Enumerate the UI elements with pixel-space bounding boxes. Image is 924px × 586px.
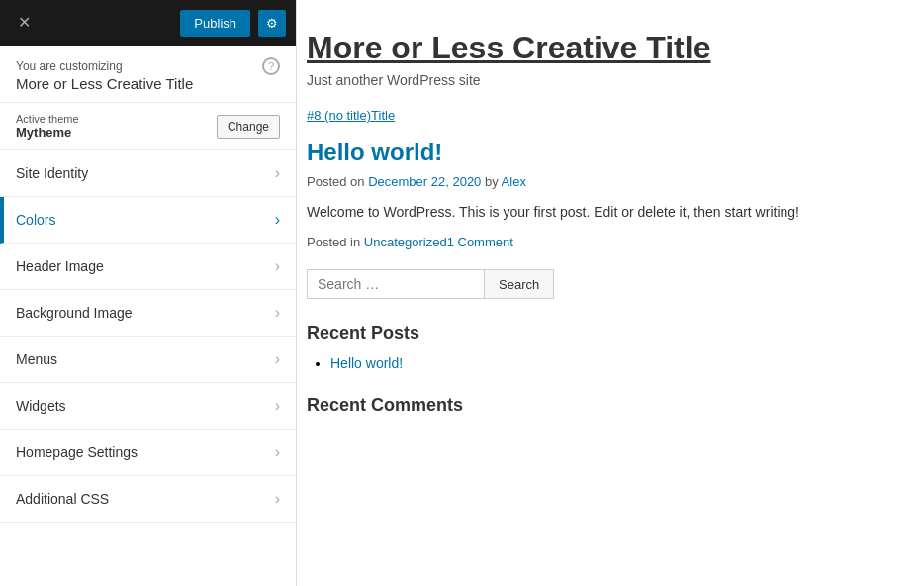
post-meta: Posted on December 22, 2020 by Alex <box>307 174 894 189</box>
nav-item-colors[interactable]: Colors › <box>0 197 296 244</box>
settings-button[interactable]: ⚙ <box>258 10 286 37</box>
theme-section: Active theme Mytheme Change <box>0 103 296 150</box>
nav-item-homepage-settings[interactable]: Homepage Settings › <box>0 430 296 476</box>
theme-label: Active theme <box>16 113 79 125</box>
nav-item-widgets[interactable]: Widgets › <box>0 383 296 430</box>
post-author-link[interactable]: Alex <box>502 174 526 189</box>
nav-label-background-image: Background Image <box>16 305 133 321</box>
help-icon[interactable]: ? <box>262 57 280 75</box>
site-title: More or Less Creative Title <box>307 30 894 66</box>
site-tagline: Just another WordPress site <box>307 72 894 88</box>
nav-item-menus[interactable]: Menus › <box>0 337 296 383</box>
post-title[interactable]: Hello world! <box>307 139 894 166</box>
sidebar: ✕ Publish ⚙ ? You are customizing More o… <box>0 0 297 586</box>
chevron-right-icon: › <box>275 443 280 461</box>
chevron-right-icon: › <box>275 257 280 275</box>
recent-comments-title: Recent Comments <box>307 395 894 416</box>
recent-post-link[interactable]: Hello world! <box>330 355 403 371</box>
chevron-right-icon: › <box>275 350 280 368</box>
customizing-label: You are customizing <box>16 59 280 73</box>
close-button[interactable]: ✕ <box>10 11 39 35</box>
nav-label-homepage-settings: Homepage Settings <box>16 444 138 460</box>
nav-label-header-image: Header Image <box>16 258 104 274</box>
nav-item-background-image[interactable]: Background Image › <box>0 290 296 337</box>
gear-icon: ⚙ <box>266 16 278 31</box>
nav-label-menus: Menus <box>16 351 57 367</box>
nav-item-site-identity[interactable]: Site Identity › <box>0 150 296 197</box>
close-icon: ✕ <box>18 14 31 31</box>
chevron-right-icon: › <box>275 304 280 322</box>
post-meta-by: by <box>485 174 502 189</box>
post-content: Welcome to WordPress. This is your first… <box>307 201 894 223</box>
recent-posts-title: Recent Posts <box>307 323 894 343</box>
chevron-right-icon: › <box>275 490 280 508</box>
post-footer: Posted in Uncategorized1 Comment <box>307 235 894 249</box>
change-theme-button[interactable]: Change <box>217 115 280 139</box>
post-date-link[interactable]: December 22, 2020 <box>368 174 481 189</box>
nav-label-widgets: Widgets <box>16 398 66 414</box>
site-name-label: More or Less Creative Title <box>16 75 280 92</box>
recent-posts-list: Hello world! <box>307 355 894 371</box>
nav-item-header-image[interactable]: Header Image › <box>0 244 296 290</box>
publish-button[interactable]: Publish <box>180 10 250 37</box>
chevron-right-icon: › <box>275 164 280 182</box>
post-nav-link[interactable]: #8 (no title)Title <box>307 108 894 123</box>
nav-label-colors: Colors <box>16 212 55 228</box>
post-meta-prefix: Posted on <box>307 174 365 189</box>
search-widget: Search <box>307 269 894 299</box>
post-category-link[interactable]: Uncategorized1 Comment <box>364 235 513 249</box>
sidebar-header: ✕ Publish ⚙ <box>0 0 296 46</box>
search-button[interactable]: Search <box>485 269 554 299</box>
nav-label-additional-css: Additional CSS <box>16 491 109 507</box>
nav-menu: Site Identity › Colors › Header Image › … <box>0 150 296 523</box>
sidebar-info: ? You are customizing More or Less Creat… <box>0 46 296 103</box>
theme-info: Active theme Mytheme <box>16 113 79 140</box>
chevron-right-icon-active: › <box>275 211 280 229</box>
nav-label-site-identity: Site Identity <box>16 165 88 181</box>
nav-item-additional-css[interactable]: Additional CSS › <box>0 476 296 523</box>
chevron-right-icon: › <box>275 397 280 415</box>
main-preview: More or Less Creative Title Just another… <box>297 0 924 586</box>
search-input[interactable] <box>307 269 485 299</box>
theme-name: Mytheme <box>16 125 79 140</box>
post-footer-prefix: Posted in <box>307 235 360 249</box>
list-item: Hello world! <box>330 355 894 371</box>
